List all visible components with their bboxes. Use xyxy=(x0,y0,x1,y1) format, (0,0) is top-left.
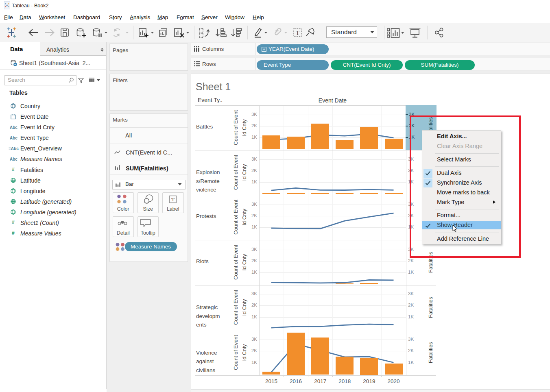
svg-text:T: T xyxy=(296,30,299,36)
svg-text:T: T xyxy=(171,196,175,203)
